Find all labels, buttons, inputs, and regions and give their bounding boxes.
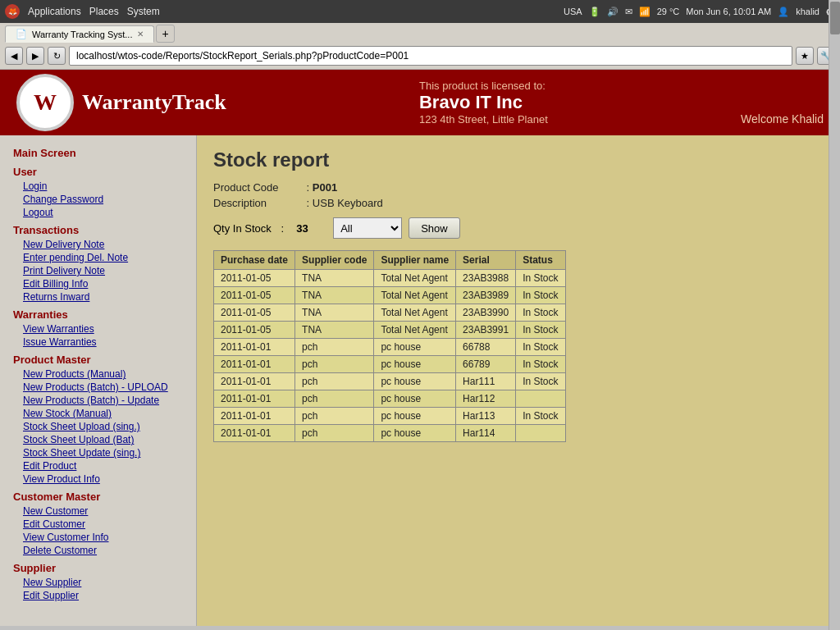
new-tab-button[interactable]: + (156, 25, 174, 43)
cell-8-0: 2011-01-01 (214, 408, 295, 425)
cell-2-4: In Stock (516, 304, 565, 322)
table-row[interactable]: 2011-01-01pchpc houseHar114 (214, 425, 566, 442)
sidebar-item-new-supplier[interactable]: New Supplier (0, 576, 196, 589)
sidebar-item-edit-billing[interactable]: Edit Billing Info (0, 277, 196, 290)
cell-2-0: 2011-01-05 (214, 304, 295, 322)
table-row[interactable]: 2011-01-05TNATotal Net Agent23AB3990In S… (214, 304, 566, 322)
cell-3-3: 23AB3991 (456, 322, 516, 339)
sidebar-item-logout[interactable]: Logout (0, 206, 196, 219)
os-system[interactable]: System (127, 6, 160, 17)
sidebar-item-delete-customer[interactable]: Delete Customer (0, 544, 196, 557)
table-row[interactable]: 2011-01-01pchpc houseHar113In Stock (214, 408, 566, 425)
product-code-row: Product Code : P001 (213, 181, 824, 194)
sidebar-item-new-products-batch-upload[interactable]: New Products (Batch) - UPLOAD (0, 381, 196, 394)
tab-icon: 📄 (16, 29, 27, 39)
description-label: Description (213, 197, 304, 209)
page-title: Stock report (213, 148, 824, 171)
cell-7-3: Har112 (456, 390, 516, 408)
table-row[interactable]: 2011-01-01pchpc house66788In Stock (214, 339, 566, 356)
cell-6-2: pc house (374, 373, 456, 390)
sidebar-item-login[interactable]: Login (0, 180, 196, 193)
product-code-label: Product Code (213, 181, 304, 194)
cell-7-2: pc house (374, 390, 456, 408)
table-row[interactable]: 2011-01-01pchpc house66789In Stock (214, 356, 566, 373)
os-bar-right: USA 🔋 🔊 ✉ 📶 29 °C Mon Jun 6, 10:01 AM 👤 … (564, 7, 835, 17)
sidebar-item-new-customer[interactable]: New Customer (0, 504, 196, 518)
sidebar-item-new-products-manual[interactable]: New Products (Manual) (0, 368, 196, 381)
site-header: W WarrantyTrack This product is licensed… (0, 70, 840, 135)
sidebar-item-edit-customer[interactable]: Edit Customer (0, 518, 196, 531)
cell-7-0: 2011-01-01 (214, 390, 295, 408)
cell-8-2: pc house (374, 408, 456, 425)
stock-table: Purchase date Supplier code Supplier nam… (213, 250, 566, 442)
table-row[interactable]: 2011-01-05TNATotal Net Agent23AB3989In S… (214, 287, 566, 304)
sidebar-item-stock-sheet-update-sing[interactable]: Stock Sheet Update (sing.) (0, 446, 196, 459)
table-row[interactable]: 2011-01-01pchpc houseHar111In Stock (214, 373, 566, 390)
sidebar-item-edit-product[interactable]: Edit Product (0, 459, 196, 472)
browser-toolbar: ◀ ▶ ↻ ★ 🔧 (0, 43, 840, 69)
cell-4-4: In Stock (516, 339, 565, 356)
sidebar-item-returns-inward[interactable]: Returns Inward (0, 290, 196, 304)
refresh-button[interactable]: ↻ (48, 47, 66, 65)
mail-icon: ✉ (625, 7, 632, 17)
cell-5-2: pc house (374, 356, 456, 373)
sidebar-item-view-warranties[interactable]: View Warranties (0, 322, 196, 336)
os-bar-left: 🦊 Applications Places System (5, 4, 160, 19)
cell-5-1: pch (295, 356, 374, 373)
sidebar-section-product-master: Product Master (0, 349, 196, 368)
qty-in-stock-label: Qty In Stock (213, 222, 272, 235)
sidebar-item-stock-sheet-upload-sing[interactable]: Stock Sheet Upload (sing.) (0, 420, 196, 433)
temperature: 29 °C (657, 7, 680, 16)
sidebar: Main Screen User Login Change Password L… (0, 135, 197, 626)
table-row[interactable]: 2011-01-01pchpc houseHar112 (214, 390, 566, 408)
table-row[interactable]: 2011-01-05TNATotal Net Agent23AB3988In S… (214, 270, 566, 287)
cell-1-4: In Stock (516, 287, 565, 304)
forward-button[interactable]: ▶ (26, 47, 44, 65)
cell-0-2: Total Net Agent (374, 270, 456, 287)
sidebar-item-new-products-batch-update[interactable]: New Products (Batch) - Update (0, 394, 196, 407)
cell-5-3: 66789 (456, 356, 516, 373)
browser-chrome: 📄 Warranty Tracking Syst... ✕ + ◀ ▶ ↻ ★ … (0, 23, 840, 70)
cell-2-3: 23AB3990 (456, 304, 516, 322)
address-bar[interactable] (69, 46, 792, 66)
sidebar-section-main: Main Screen (0, 142, 196, 161)
sidebar-item-stock-sheet-upload-bat[interactable]: Stock Sheet Upload (Bat) (0, 433, 196, 446)
wifi-icon: 📶 (639, 7, 651, 17)
sidebar-item-edit-supplier[interactable]: Edit Supplier (0, 589, 196, 602)
description-value: USB Keyboard (313, 197, 403, 209)
cell-1-1: TNA (295, 287, 374, 304)
table-row[interactable]: 2011-01-05TNATotal Net Agent23AB3991In S… (214, 322, 566, 339)
bookmark-button[interactable]: ★ (796, 47, 814, 65)
tab-close-button[interactable]: ✕ (137, 30, 144, 39)
cell-2-1: TNA (295, 304, 374, 322)
brand-name: WarrantyTrack (82, 90, 226, 115)
show-button[interactable]: Show (409, 217, 460, 239)
cell-1-3: 23AB3989 (456, 287, 516, 304)
scrollbar-thumb[interactable] (830, 2, 840, 34)
main-area: Main Screen User Login Change Password L… (0, 135, 840, 626)
page-wrapper: W WarrantyTrack This product is licensed… (0, 70, 840, 626)
sidebar-item-new-stock-manual[interactable]: New Stock (Manual) (0, 407, 196, 420)
sidebar-item-new-delivery-note[interactable]: New Delivery Note (0, 238, 196, 251)
scrollbar[interactable] (829, 0, 840, 626)
user-icon: 👤 (778, 7, 789, 17)
sidebar-item-enter-pending[interactable]: Enter pending Del. Note (0, 251, 196, 264)
active-tab[interactable]: 📄 Warranty Tracking Syst... ✕ (5, 25, 154, 43)
cell-0-1: TNA (295, 270, 374, 287)
sidebar-item-issue-warranties[interactable]: Issue Warranties (0, 336, 196, 349)
col-header-supplier-name: Supplier name (374, 251, 456, 270)
cell-9-1: pch (295, 425, 374, 442)
cell-4-3: 66788 (456, 339, 516, 356)
sidebar-item-view-customer-info[interactable]: View Customer Info (0, 531, 196, 544)
sidebar-item-change-password[interactable]: Change Password (0, 193, 196, 206)
company-address: 123 4th Street, Little Planet (419, 113, 548, 126)
os-places[interactable]: Places (89, 6, 119, 17)
sidebar-item-view-product-info[interactable]: View Product Info (0, 472, 196, 486)
status-filter-select[interactable]: All In Stock Sold Returned (333, 217, 402, 239)
sidebar-item-print-delivery-note[interactable]: Print Delivery Note (0, 264, 196, 277)
os-apps[interactable]: Applications (28, 6, 81, 17)
cell-9-0: 2011-01-01 (214, 425, 295, 442)
logo-icon: W (16, 74, 74, 131)
back-button[interactable]: ◀ (5, 47, 23, 65)
volume-icon: 🔊 (607, 7, 619, 17)
